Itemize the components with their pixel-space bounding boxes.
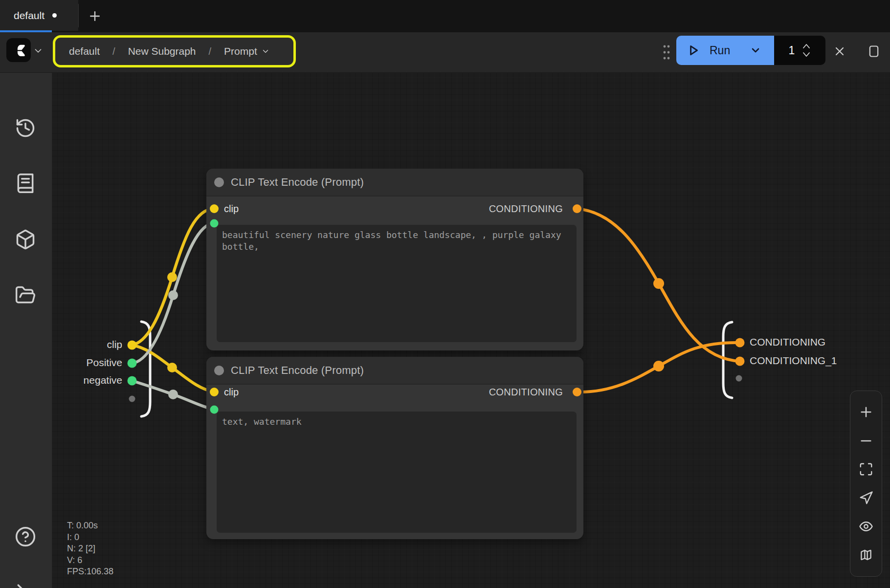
conditioning-output-label: CONDITIONING [489, 203, 563, 215]
chevron-down-icon [261, 47, 270, 56]
close-icon [833, 44, 846, 58]
subgraph-input-label-positive: Positive [64, 357, 122, 369]
map-icon [859, 548, 873, 563]
fit-view-button[interactable] [858, 461, 874, 478]
sidebar-item-history[interactable] [14, 116, 37, 140]
node-clip-text-encode-2[interactable]: CLIP Text Encode (Prompt) clip CONDITION… [206, 357, 583, 539]
minimap-button[interactable] [858, 547, 874, 564]
node-header[interactable]: CLIP Text Encode (Prompt) [206, 357, 583, 385]
eye-icon [859, 519, 873, 534]
workflow-tab-default[interactable]: default [0, 0, 78, 31]
node-io-row: clip CONDITIONING [206, 382, 583, 402]
sidebar [0, 32, 52, 588]
stat-iterations: I: 0 [67, 532, 113, 544]
stat-fps: FPS:106.38 [67, 566, 113, 578]
comfyui-window: CLIP Text Encode (Prompt) clip CONDITION… [0, 0, 890, 588]
plus-icon [858, 404, 874, 420]
node-clip-text-encode-1[interactable]: CLIP Text Encode (Prompt) clip CONDITION… [206, 169, 583, 350]
unsaved-indicator [52, 13, 57, 18]
conditioning-output-label: CONDITIONING [489, 387, 563, 398]
focus-mode-button[interactable] [866, 43, 882, 60]
breadcrumb-prompt-label: Prompt [224, 45, 257, 57]
batch-count-stepper[interactable]: 1 [774, 36, 825, 65]
node-title: CLIP Text Encode (Prompt) [231, 176, 364, 189]
toolbar: default / New Subgraph / Prompt Run [0, 32, 890, 73]
breadcrumb-item-default[interactable]: default [69, 45, 100, 57]
clip-input-label: clip [224, 387, 239, 398]
workflow-tab-bar: default [0, 0, 890, 32]
terminal-icon [15, 581, 36, 588]
node-io-row: clip CONDITIONING [206, 199, 583, 218]
breadcrumb: default / New Subgraph / Prompt [53, 35, 296, 67]
comfyui-logo[interactable] [6, 38, 31, 62]
node-title: CLIP Text Encode (Prompt) [231, 364, 364, 377]
fit-view-icon [859, 462, 873, 477]
batch-spinners [801, 43, 811, 58]
node-header[interactable]: CLIP Text Encode (Prompt) [206, 169, 583, 196]
breadcrumb-item-prompt[interactable]: Prompt [224, 45, 270, 57]
select-mode-button[interactable] [858, 490, 874, 506]
subgraph-output-label-conditioning-1: CONDITIONING_1 [750, 355, 837, 367]
folder-open-icon [15, 284, 36, 306]
chevron-down-icon [33, 45, 44, 56]
toolbar-drag-handle[interactable] [661, 43, 672, 64]
square-icon [867, 44, 881, 58]
subgraph-input-label-clip: clip [64, 339, 122, 350]
canvas-controls-panel [850, 391, 882, 577]
clip-input-label: clip [224, 203, 239, 215]
breadcrumb-separator: / [112, 46, 115, 57]
sidebar-item-node-library[interactable] [14, 172, 37, 195]
step-down-icon[interactable] [801, 52, 811, 58]
perf-stats: T: 0.00s I: 0 N: 2 [2] V: 6 FPS:106.38 [67, 520, 113, 578]
close-subgraph-button[interactable] [831, 43, 848, 60]
box-icon [15, 229, 36, 250]
step-up-icon[interactable] [801, 43, 811, 49]
node-collapse-dot[interactable] [214, 177, 224, 187]
tab-label: default [14, 10, 44, 22]
history-icon [15, 117, 36, 139]
minus-icon [858, 433, 874, 449]
plus-icon [88, 9, 102, 23]
run-button[interactable]: Run [676, 36, 774, 65]
comfyui-logo-icon [10, 42, 27, 59]
stat-version: V: 6 [67, 555, 113, 566]
tab-divider [78, 4, 79, 27]
subgraph-input-label-negative: negative [64, 374, 122, 386]
breadcrumb-item-new-subgraph[interactable]: New Subgraph [128, 45, 196, 57]
zoom-in-button[interactable] [858, 404, 874, 420]
new-workflow-tab-button[interactable] [86, 8, 104, 24]
logo-menu-button[interactable] [33, 45, 44, 58]
grip-dots-icon [661, 43, 672, 62]
sidebar-item-terminal[interactable] [14, 580, 37, 588]
prompt-textarea[interactable]: text, watermark [217, 412, 577, 533]
run-button-label: Run [710, 44, 730, 57]
sidebar-item-help[interactable] [14, 525, 37, 548]
subgraph-output-label-conditioning: CONDITIONING [750, 336, 825, 348]
play-icon [687, 44, 700, 57]
toggle-visibility-button[interactable] [858, 518, 874, 535]
sidebar-item-workflows[interactable] [14, 283, 37, 307]
stat-nodes: N: 2 [2] [67, 543, 113, 555]
help-circle-icon [15, 526, 36, 547]
sidebar-item-model-library[interactable] [14, 228, 37, 251]
node-collapse-dot[interactable] [214, 366, 224, 375]
prompt-textarea[interactable]: beautiful scenery nature glass bottle la… [217, 225, 577, 342]
breadcrumb-separator: / [209, 46, 212, 57]
run-options-chevron-icon[interactable] [750, 44, 761, 56]
navigation-icon [859, 491, 873, 505]
book-icon [15, 173, 36, 194]
zoom-out-button[interactable] [858, 433, 874, 449]
batch-count-value: 1 [786, 44, 798, 57]
stat-time: T: 0.00s [67, 520, 113, 532]
